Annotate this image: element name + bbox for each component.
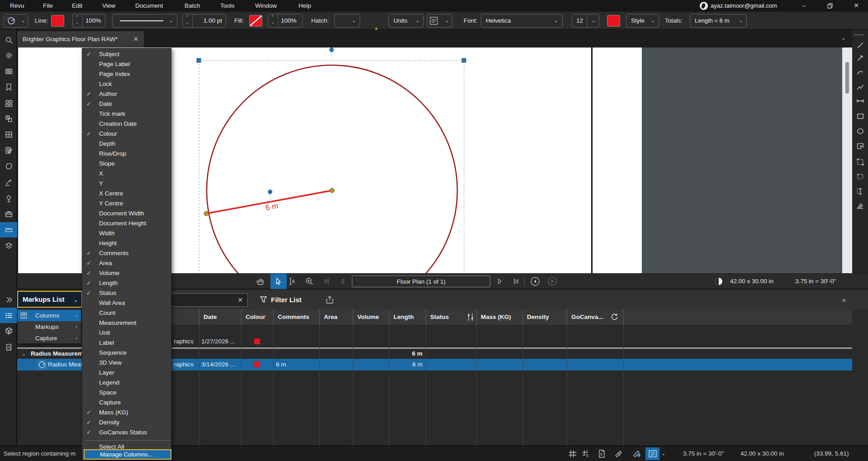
tool-chest-icon[interactable]: [0, 206, 17, 221]
column-item-sequence[interactable]: Sequence: [82, 348, 173, 358]
tab-overflow-chevron-icon[interactable]: ⌄: [841, 35, 845, 41]
manage-columns-item[interactable]: Manage Columns...: [84, 449, 171, 460]
snap-grid-icon[interactable]: 5: [580, 447, 593, 460]
ellipse-tool-icon[interactable]: [853, 125, 867, 138]
account-avatar-icon[interactable]: [700, 2, 708, 10]
column-item-x[interactable]: X: [82, 169, 173, 179]
fill-color-swatch[interactable]: [249, 15, 262, 27]
sync-views-icon[interactable]: [645, 447, 659, 460]
3d-model-tree-icon[interactable]: 3D: [0, 323, 17, 338]
menu-document[interactable]: Document: [135, 0, 163, 12]
minimize-button[interactable]: –: [797, 0, 811, 12]
fill-opacity-stepper[interactable]: 100%: [268, 14, 303, 28]
menu-item-capture[interactable]: Capture›: [18, 333, 81, 344]
scrollbar-thumb[interactable]: [845, 62, 849, 94]
snap-markup-icon[interactable]: 5: [612, 447, 625, 460]
calibrate-icon[interactable]: [0, 174, 17, 190]
column-item-3d-view[interactable]: 3D View: [82, 358, 173, 368]
radius-center-handle[interactable]: [330, 188, 334, 193]
rotate-handle[interactable]: [330, 48, 334, 52]
column-item-mass-kg-[interactable]: ✓Mass (KG): [82, 408, 173, 418]
diameter-measure-icon[interactable]: [853, 185, 867, 198]
column-item-document-height[interactable]: Document Height: [82, 219, 173, 228]
menu-batch[interactable]: Batch: [185, 0, 200, 12]
column-item-creation-date[interactable]: Creation Date: [82, 119, 173, 129]
collapse-panel-icon[interactable]: «: [842, 293, 856, 307]
hatch-dropdown[interactable]: ⌄: [334, 14, 360, 28]
document-tab[interactable]: Brighter Graphics Floor Plan RAW* ✕: [17, 31, 144, 48]
units-dropdown[interactable]: Units ⌄: [389, 14, 424, 28]
column-item-slope[interactable]: Slope: [82, 159, 173, 169]
area-measure-icon[interactable]: [853, 170, 867, 183]
text-align-dropdown[interactable]: ⌄: [427, 14, 452, 28]
font-color-swatch[interactable]: [607, 15, 620, 27]
column-item-document-width[interactable]: Document Width: [82, 209, 173, 219]
zoom-tool-icon[interactable]: [301, 274, 318, 289]
expand-panel-icon[interactable]: [0, 292, 17, 307]
measurements-icon[interactable]: [0, 222, 17, 238]
toolbar-drag-handle[interactable]: ••••••: [854, 33, 866, 34]
text-select-tool-icon[interactable]: A: [284, 274, 300, 289]
column-item-tick-mark[interactable]: Tick mark: [82, 109, 173, 119]
column-header-volume[interactable]: Volume: [357, 309, 379, 325]
snap-reuse-icon[interactable]: [631, 447, 643, 460]
column-item-author[interactable]: ✓Author: [82, 89, 173, 99]
column-item-comments[interactable]: ✓Comments: [82, 248, 173, 258]
search-icon[interactable]: [0, 32, 17, 48]
group-collapse-chevron-icon[interactable]: ⌄: [22, 349, 26, 359]
grid-toggle-icon[interactable]: [566, 447, 579, 460]
menu-tools[interactable]: Tools: [220, 0, 235, 12]
last-page-icon[interactable]: [509, 274, 523, 289]
column-item-lock[interactable]: Lock: [82, 79, 173, 89]
next-page-icon[interactable]: [493, 274, 507, 289]
column-item-date[interactable]: ✓Date: [82, 99, 173, 109]
column-item-height[interactable]: Height: [82, 238, 173, 248]
circle-markup[interactable]: [207, 65, 457, 273]
column-item-legend[interactable]: Legend: [82, 378, 173, 388]
markup-summary-icon[interactable]: [0, 143, 17, 158]
colour-swatch[interactable]: [254, 361, 260, 367]
places-pin-icon[interactable]: [0, 190, 17, 206]
filter-list-button[interactable]: Filter List: [260, 293, 302, 307]
column-item-capture[interactable]: Capture: [82, 398, 173, 408]
column-item-label[interactable]: Label: [82, 338, 173, 348]
menu-help[interactable]: Help: [299, 0, 311, 12]
column-item-measurement[interactable]: Measurement: [82, 318, 173, 328]
layers-icon[interactable]: [0, 238, 17, 253]
previous-view-icon[interactable]: [527, 274, 543, 289]
column-header-area[interactable]: Area: [324, 309, 337, 325]
column-item-status[interactable]: ✓Status: [82, 288, 173, 298]
column-item-length[interactable]: ✓Length: [82, 278, 173, 288]
font-size-dropdown[interactable]: 12 ⌄: [572, 14, 599, 28]
page-indicator[interactable]: Floor Plan (1 of 1): [352, 276, 490, 287]
column-item-y-centre[interactable]: Y Centre: [82, 199, 173, 209]
previous-page-icon[interactable]: [336, 274, 349, 289]
snap-content-icon[interactable]: 5: [595, 447, 608, 460]
polygon-tool-icon[interactable]: [853, 140, 867, 152]
column-item-x-centre[interactable]: X Centre: [82, 189, 173, 199]
selection-handle[interactable]: [462, 58, 466, 62]
column-item-rise-drop[interactable]: Rise/Drop: [82, 149, 173, 159]
column-item-layer[interactable]: Layer: [82, 368, 173, 378]
arrow-tool-icon[interactable]: [853, 52, 867, 64]
column-item-density[interactable]: ✓Density: [82, 418, 173, 428]
arc-tool-icon[interactable]: [853, 66, 867, 79]
settings-gear-icon[interactable]: [0, 48, 17, 63]
refresh-icon[interactable]: [611, 313, 618, 321]
column-item-area[interactable]: ✓Area: [82, 258, 173, 268]
radius-endpoint-handle[interactable]: [204, 211, 209, 216]
spaces-icon[interactable]: [0, 158, 17, 174]
column-header-mass-kg-[interactable]: Mass (KG): [481, 309, 511, 325]
contrast-mode-icon[interactable]: [712, 274, 726, 289]
tab-close-icon[interactable]: ✕: [133, 31, 138, 48]
column-header-date[interactable]: Date: [204, 309, 217, 325]
vertical-scrollbar[interactable]: [842, 48, 852, 273]
column-item-unit[interactable]: Unit: [82, 328, 173, 338]
colour-swatch[interactable]: [254, 338, 260, 344]
restore-button[interactable]: [823, 0, 837, 12]
menu-window[interactable]: Window: [255, 0, 277, 12]
active-tool-dropdown[interactable]: ⌄: [4, 14, 28, 28]
javascript-console-icon[interactable]: JS: [0, 339, 17, 355]
file-drawer-icon[interactable]: [0, 127, 17, 142]
column-item-gocanvas-status[interactable]: ✓GoCanvas Status: [82, 428, 173, 437]
